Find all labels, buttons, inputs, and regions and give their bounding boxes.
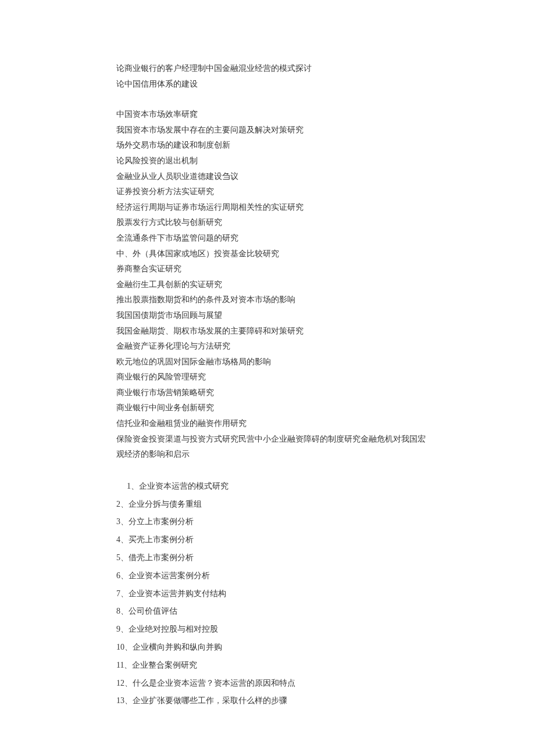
section-1: 论商业银行的客户经理制中国金融混业经营的模式探讨 论中国信用体系的建设 xyxy=(116,61,430,92)
topic-line: 金融衍生工具创新的实证研究 xyxy=(116,277,430,293)
topic-line: 证券投资分析方法实证研究 xyxy=(116,184,430,200)
list-item: 8、公司价值评估 xyxy=(116,603,430,621)
list-item: 10、企业横向并购和纵向并购 xyxy=(116,639,430,657)
topic-line: 信托业和金融租赁业的融资作用研究 xyxy=(116,416,430,432)
topic-line: 我国资本市场发展中存在的主要问题及解决对策研究 xyxy=(116,123,430,138)
topic-line: 金融业从业人员职业道德建设刍议 xyxy=(116,169,430,185)
section-2: 中国资本市场效率研窕 我国资本市场发展中存在的主要问题及解决对策研究 场外交易市… xyxy=(116,107,430,463)
topic-line: 欧元地位的巩固对国际金融市场格局的影响 xyxy=(116,354,430,370)
topic-line: 论商业银行的客户经理制中国金融混业经营的模式探讨 xyxy=(116,61,430,77)
topic-line: 券商整合实证研究 xyxy=(116,261,430,277)
list-item: 12、什么是企业资本运营？资本运营的原因和特点 xyxy=(116,675,430,693)
topic-line: 商业银行市场营销策略研究 xyxy=(116,385,430,401)
spacer xyxy=(116,463,430,478)
topic-line: 推出股票指数期货和约的条件及对资本市场的影响 xyxy=(116,292,430,308)
topic-line: 商业银行中间业务创新研究 xyxy=(116,400,430,416)
list-item: 11、企业整合案例研究 xyxy=(116,657,430,675)
topic-line: 保险资金投资渠道与投资方式研究民营中小企业融资障碍的制度研究金融危机对我国宏观经… xyxy=(116,432,430,463)
topic-line: 金融资产证券化理论与方法研究 xyxy=(116,339,430,354)
document-page: 论商业银行的客户经理制中国金融混业经营的模式探讨 论中国信用体系的建设 中国资本… xyxy=(0,0,535,756)
topic-line: 商业银行的风险管理研究 xyxy=(116,370,430,385)
topic-line: 论风险投资的退出机制 xyxy=(116,153,430,169)
list-item: 3、分立上市案例分析 xyxy=(116,513,430,531)
topic-line: 股票发行方式比较与创新研究 xyxy=(116,215,430,231)
list-item: 2、企业分拆与债务重组 xyxy=(116,496,430,514)
topic-line: 经济运行周期与证券市场运行周期相关性的实证研究 xyxy=(116,200,430,216)
list-item: 13、企业扩张要做哪些工作，采取什么样的步骤 xyxy=(116,692,430,710)
list-item: 6、企业资本运营案例分析 xyxy=(116,567,430,585)
topic-line: 我国金融期货、期权市场发展的主要障碍和对策研究 xyxy=(116,324,430,339)
topic-line: 我国国债期货市场回顾与展望 xyxy=(116,308,430,324)
numbered-list: 1、企业资本运营的模式研究 2、企业分拆与债务重组 3、分立上市案例分析 4、买… xyxy=(116,478,430,710)
topic-line: 中国资本市场效率研窕 xyxy=(116,107,430,123)
list-item: 4、买壳上市案例分析 xyxy=(116,531,430,549)
topic-line: 场外交易市场的建设和制度创新 xyxy=(116,138,430,153)
topic-line: 论中国信用体系的建设 xyxy=(116,77,430,92)
topic-line: 中、外（具体国家或地区）投资基金比较研究 xyxy=(116,246,430,262)
list-item: 5、借壳上市案例分析 xyxy=(116,549,430,567)
list-item: 1、企业资本运营的模式研究 xyxy=(116,478,430,496)
spacer xyxy=(116,92,430,107)
list-item: 9、企业绝对控股与相对控股 xyxy=(116,621,430,639)
list-item: 7、企业资本运营并购支付结构 xyxy=(116,585,430,603)
topic-line: 全流通条件下市场监管问题的研究 xyxy=(116,231,430,246)
